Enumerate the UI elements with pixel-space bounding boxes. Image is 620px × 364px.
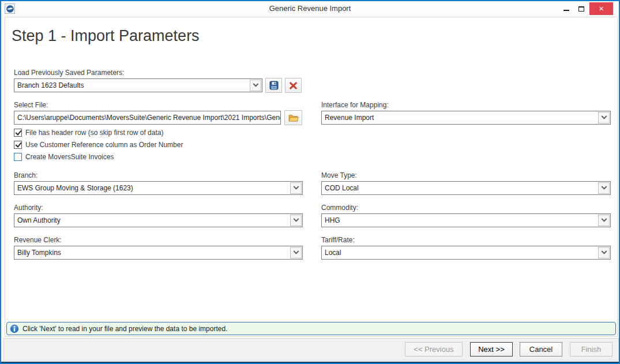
maximize-button[interactable] xyxy=(574,2,588,15)
file-path-input[interactable]: C:\Users\aruppe\Documents\MoversSuite\Ge… xyxy=(14,111,281,125)
customer-reference-checkbox-row: Use Customer Reference column as Order N… xyxy=(14,140,183,149)
window-bottom-edge xyxy=(1,362,619,363)
customer-reference-checkbox[interactable] xyxy=(14,141,22,149)
revenue-clerk-combobox[interactable]: Billy Tompkins xyxy=(14,246,303,260)
delete-parameters-button[interactable] xyxy=(285,78,302,93)
info-icon xyxy=(10,324,19,333)
finish-button[interactable]: Finish xyxy=(570,342,613,357)
chevron-down-icon[interactable] xyxy=(290,182,302,194)
branch-label: Branch: xyxy=(14,171,37,179)
interface-mapping-label: Interface for Mapping: xyxy=(321,101,389,109)
cancel-button[interactable]: Cancel xyxy=(520,342,562,357)
tariff-rate-combobox[interactable]: Local xyxy=(321,246,611,260)
open-folder-icon xyxy=(288,114,299,122)
branch-combobox[interactable]: EWS Group Moving & Storage (1623) xyxy=(14,181,303,195)
select-file-label: Select File: xyxy=(14,101,48,109)
move-type-combobox[interactable]: COD Local xyxy=(321,181,611,195)
saved-parameters-label: Load Previously Saved Parameters: xyxy=(14,69,124,77)
close-button[interactable]: ✕ xyxy=(589,2,613,15)
customer-reference-checkbox-label: Use Customer Reference column as Order N… xyxy=(25,141,183,149)
next-button[interactable]: Next >> xyxy=(470,342,513,357)
saved-parameters-combobox[interactable]: Branch 1623 Defaults xyxy=(14,78,262,92)
chevron-down-icon[interactable] xyxy=(598,112,610,123)
move-type-label: Move Type: xyxy=(321,171,357,179)
create-invoices-checkbox-label: Create MoversSuite Invoices xyxy=(25,153,114,161)
chevron-down-icon[interactable] xyxy=(598,182,610,194)
minimize-icon xyxy=(563,10,569,11)
branch-value: EWS Group Moving & Storage (1623) xyxy=(17,184,133,192)
move-type-value: COD Local xyxy=(325,184,359,192)
authority-label: Authority: xyxy=(14,204,43,212)
status-message: Click 'Next' to read in your file and pr… xyxy=(22,325,227,333)
authority-value: Own Authority xyxy=(17,216,61,224)
header-row-checkbox[interactable] xyxy=(14,129,22,137)
saved-parameters-value: Branch 1623 Defaults xyxy=(17,81,84,89)
revenue-clerk-value: Billy Tompkins xyxy=(17,249,61,257)
create-invoices-checkbox[interactable] xyxy=(14,153,22,161)
save-icon xyxy=(269,81,279,90)
commodity-label: Commodity: xyxy=(321,204,358,212)
interface-mapping-combobox[interactable]: Revenue Import xyxy=(321,111,611,125)
chevron-down-icon[interactable] xyxy=(290,247,302,258)
header-row-checkbox-label: File has header row (so skip first row o… xyxy=(25,129,163,137)
save-parameters-button[interactable] xyxy=(265,78,282,93)
wizard-page-panel xyxy=(5,17,618,337)
status-message-bar: Click 'Next' to read in your file and pr… xyxy=(6,322,616,335)
commodity-value: HHG xyxy=(325,216,340,224)
chevron-down-icon[interactable] xyxy=(598,247,610,258)
delete-x-icon xyxy=(289,81,298,90)
maximize-icon xyxy=(578,6,584,12)
authority-combobox[interactable]: Own Authority xyxy=(14,213,303,227)
generic-revenue-import-window: Generic Revenue Import ✕ Step 1 - Import… xyxy=(0,0,620,364)
chevron-down-icon[interactable] xyxy=(290,215,302,226)
browse-file-button[interactable] xyxy=(284,110,302,125)
previous-button[interactable]: << Previous xyxy=(405,342,463,357)
title-bar: Generic Revenue Import ✕ xyxy=(2,2,618,16)
chevron-down-icon[interactable] xyxy=(598,215,610,226)
close-icon: ✕ xyxy=(599,5,604,13)
minimize-button[interactable] xyxy=(559,2,573,15)
commodity-combobox[interactable]: HHG xyxy=(321,213,611,227)
create-invoices-checkbox-row: Create MoversSuite Invoices xyxy=(14,152,114,162)
page-title: Step 1 - Import Parameters xyxy=(12,27,200,45)
interface-mapping-value: Revenue Import xyxy=(325,114,374,122)
header-row-checkbox-row: File has header row (so skip first row o… xyxy=(14,128,163,137)
tariff-rate-label: Tariff/Rate: xyxy=(321,236,355,244)
revenue-clerk-label: Revenue Clerk: xyxy=(14,236,62,244)
window-title: Generic Revenue Import xyxy=(2,4,618,13)
tariff-rate-value: Local xyxy=(325,249,341,257)
chevron-down-icon[interactable] xyxy=(250,80,261,91)
